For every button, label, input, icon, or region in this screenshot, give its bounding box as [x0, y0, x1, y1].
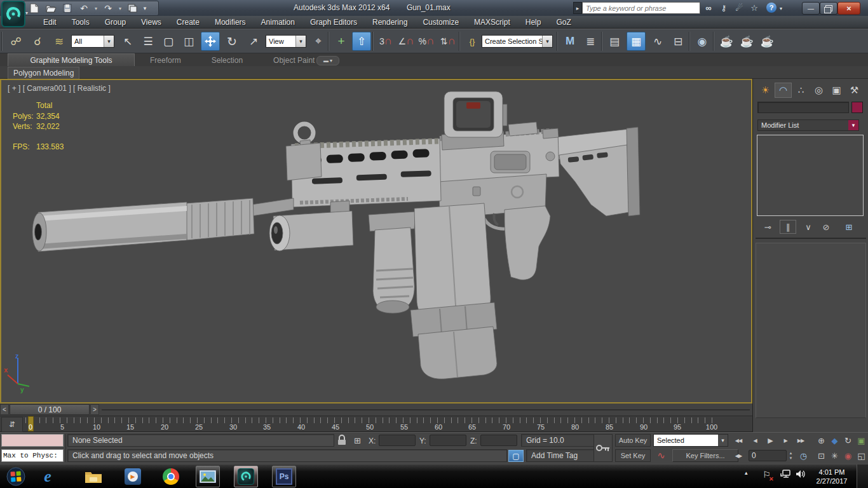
maxscript-mini-listener[interactable]: Max to Physc:: [1, 449, 64, 462]
network-icon[interactable]: [780, 470, 790, 480]
go-to-end-icon[interactable]: ▶▶: [793, 434, 808, 447]
set-keys-button[interactable]: [593, 434, 613, 462]
object-name-field[interactable]: [757, 102, 849, 113]
align-icon[interactable]: ≣: [581, 32, 600, 51]
minimize-button[interactable]: —: [802, 2, 820, 15]
render-production-icon[interactable]: ☕: [757, 32, 776, 51]
percent-snap-icon[interactable]: %∩: [417, 32, 436, 51]
tab-freeform[interactable]: Freeform: [135, 54, 196, 66]
layer-manager-icon[interactable]: ▤: [605, 32, 624, 51]
undo-icon[interactable]: ↶: [77, 3, 91, 14]
graphite-ribbon-toggle-icon[interactable]: ▦: [627, 32, 646, 51]
menu-modifiers[interactable]: Modifiers: [207, 16, 254, 29]
snaps-toggle-3d-icon[interactable]: 3∩: [376, 32, 395, 51]
selection-lock-icon[interactable]: [337, 435, 346, 447]
named-selection-sets-icon[interactable]: {}: [463, 32, 482, 51]
menu-maxscript[interactable]: MAXScript: [466, 16, 518, 29]
key-filters-button[interactable]: Key Filters...: [672, 449, 738, 462]
configure-modifier-sets-icon[interactable]: ⊞: [841, 220, 857, 234]
show-desktop-button[interactable]: [857, 464, 868, 488]
current-frame-field[interactable]: 0: [749, 450, 787, 461]
rollout-area[interactable]: [756, 243, 866, 418]
modifier-stack-list[interactable]: [757, 135, 864, 216]
app-logo-dropdown-icon[interactable]: ▾: [25, 10, 28, 16]
qa-customize-dropdown-icon[interactable]: ▾: [142, 3, 148, 14]
help-icon[interactable]: ?: [766, 3, 776, 13]
menu-create[interactable]: Create: [169, 16, 207, 29]
menu-group[interactable]: Group: [97, 16, 133, 29]
select-and-move-icon[interactable]: [201, 32, 220, 51]
3ds-max-app-logo[interactable]: [1, 1, 25, 27]
undo-dropdown-icon[interactable]: ▾: [93, 3, 98, 14]
menu-edit[interactable]: Edit: [36, 16, 64, 29]
favorites-star-icon[interactable]: ☆: [747, 2, 761, 14]
make-unique-icon[interactable]: ∨: [800, 220, 817, 234]
tab-motion-icon[interactable]: ◎: [810, 83, 827, 98]
restore-button[interactable]: [820, 2, 837, 15]
spinner-snap-icon[interactable]: ⇅∩: [438, 32, 458, 51]
file-explorer-icon[interactable]: [81, 466, 105, 487]
named-selection-set-dropdown[interactable]: Create Selection Se ▾: [482, 35, 553, 48]
next-frame-button[interactable]: >: [90, 404, 99, 415]
project-folder-icon[interactable]: [125, 3, 139, 14]
chrome-icon[interactable]: [159, 466, 183, 487]
speaker-icon[interactable]: [796, 470, 806, 480]
default-tangent-icon[interactable]: ∿: [654, 449, 668, 462]
communication-center-icon[interactable]: ☄: [732, 2, 746, 14]
redo-dropdown-icon[interactable]: ▾: [118, 3, 123, 14]
mirror-icon[interactable]: M: [560, 32, 580, 51]
reference-coordsys-dropdown[interactable]: View ▾: [266, 35, 306, 48]
tab-utilities-icon[interactable]: ⚒: [846, 83, 863, 98]
zoom-region-icon[interactable]: ⊡: [815, 449, 828, 462]
time-slider-track[interactable]: [102, 409, 750, 410]
frame-spinner[interactable]: ▴ ▾: [787, 450, 794, 461]
show-end-result-icon[interactable]: ∥: [780, 220, 796, 234]
start-button[interactable]: [4, 466, 28, 487]
subscription-key-icon[interactable]: ⚷: [717, 2, 731, 14]
tab-hierarchy-icon[interactable]: ∴: [792, 83, 810, 98]
search-expander-icon[interactable]: ▸: [573, 2, 582, 14]
modifier-list-dropdown[interactable]: Modifier List ▾: [757, 119, 859, 131]
adaptive-degradation-icon[interactable]: ▢: [508, 450, 524, 462]
photo-viewer-icon[interactable]: [196, 466, 220, 487]
auto-key-button[interactable]: Auto Key: [615, 434, 651, 447]
tab-selection[interactable]: Selection: [196, 54, 258, 66]
help-dropdown-icon[interactable]: ▾: [778, 3, 784, 15]
maxscript-macro-recorder[interactable]: [1, 434, 64, 447]
rectangular-selection-region-icon[interactable]: ▢: [159, 32, 178, 51]
play-animation-icon[interactable]: ▶: [763, 434, 778, 447]
show-hidden-icons[interactable]: ▴: [745, 470, 748, 476]
open-file-icon[interactable]: [44, 3, 58, 14]
previous-frame-icon[interactable]: ◀: [747, 434, 763, 447]
window-crossing-icon[interactable]: ◫: [179, 32, 198, 51]
search-icon[interactable]: ∞: [702, 2, 715, 14]
key-mode-dropdown[interactable]: Selected ▾: [653, 434, 728, 447]
tab-create-icon[interactable]: ☀: [757, 83, 774, 98]
ribbon-minimize-button[interactable]: ▬▾: [316, 56, 339, 65]
maximize-viewport-icon[interactable]: ◱: [855, 449, 868, 462]
3ds-max-taskbar-icon[interactable]: [234, 466, 258, 487]
media-player-icon[interactable]: ▶: [121, 466, 145, 487]
previous-frame-button[interactable]: <: [0, 404, 9, 415]
material-editor-icon[interactable]: ◉: [693, 32, 712, 51]
menu-help[interactable]: Help: [518, 16, 549, 29]
close-button[interactable]: ✕: [837, 2, 860, 15]
menu-graph-editors[interactable]: Graph Editors: [302, 16, 365, 29]
schematic-view-icon[interactable]: ⊟: [668, 32, 688, 51]
tab-display-icon[interactable]: ▣: [828, 83, 845, 98]
orbit-icon[interactable]: ◉: [841, 449, 855, 462]
set-key-button[interactable]: Set Key: [615, 449, 651, 462]
render-setup-icon[interactable]: ☕: [717, 32, 736, 51]
menu-views[interactable]: Views: [133, 16, 169, 29]
zoom-extents-all-icon[interactable]: ▣: [855, 434, 868, 447]
redo-icon[interactable]: ↷: [101, 3, 115, 14]
menu-rendering[interactable]: Rendering: [365, 16, 415, 29]
x-coordinate-field[interactable]: [379, 435, 416, 446]
track-bar-ruler[interactable]: [25, 417, 715, 423]
y-coordinate-field[interactable]: [430, 435, 466, 446]
pin-stack-icon[interactable]: ⊸: [759, 220, 776, 234]
system-clock[interactable]: 4:01 PM 2/27/2017: [811, 466, 853, 487]
angle-snap-icon[interactable]: ∠∩: [397, 32, 416, 51]
menu-customize[interactable]: Customize: [415, 16, 466, 29]
tab-modify-icon[interactable]: ◠: [775, 83, 792, 98]
